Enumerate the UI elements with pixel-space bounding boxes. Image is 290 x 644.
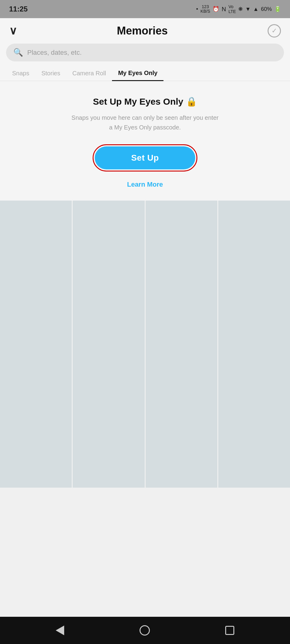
setup-button[interactable]: Set Up bbox=[95, 146, 195, 169]
grid-cell[interactable] bbox=[218, 416, 290, 488]
tab-snaps[interactable]: Snaps bbox=[6, 66, 35, 80]
grid-row bbox=[0, 272, 290, 344]
recents-icon bbox=[225, 626, 234, 635]
grid-cell[interactable] bbox=[218, 272, 290, 344]
grid-cell[interactable] bbox=[73, 416, 144, 488]
grid-cell[interactable] bbox=[73, 201, 144, 272]
search-icon: 🔍 bbox=[13, 48, 23, 57]
grid-cell[interactable] bbox=[0, 201, 72, 272]
status-time: 11:25 bbox=[9, 5, 28, 13]
grid-cell[interactable] bbox=[146, 201, 217, 272]
header: ∨ Memories ✓ bbox=[0, 18, 290, 41]
home-icon bbox=[140, 625, 150, 636]
status-icons: • 123KB/S ⏰ N VoLTE ❋ ▼ ▲ 60% 🔋 bbox=[196, 4, 281, 14]
grid-row bbox=[0, 344, 290, 416]
learn-more-link[interactable]: Learn More bbox=[127, 181, 163, 188]
grid-cell[interactable] bbox=[218, 201, 290, 272]
grid-row bbox=[0, 416, 290, 488]
grid-cell[interactable] bbox=[0, 416, 72, 488]
app-container: ∨ Memories ✓ 🔍 Places, dates, etc. Snaps… bbox=[0, 18, 290, 617]
tab-camera-roll[interactable]: Camera Roll bbox=[66, 66, 112, 80]
tab-stories[interactable]: Stories bbox=[35, 66, 66, 80]
back-icon bbox=[56, 626, 64, 635]
grid-cell[interactable] bbox=[146, 272, 217, 344]
nfc-icon: N bbox=[222, 6, 226, 13]
setup-title: Set Up My Eyes Only 🔒 bbox=[93, 96, 197, 107]
battery-icon: 🔋 bbox=[274, 6, 281, 12]
grid-cell[interactable] bbox=[73, 344, 144, 416]
grid-cell[interactable] bbox=[146, 416, 217, 488]
grid-cell[interactable] bbox=[146, 344, 217, 416]
alarm-icon: ⏰ bbox=[213, 6, 219, 12]
page-title: Memories bbox=[117, 25, 168, 37]
battery-percent: 60% bbox=[261, 6, 272, 12]
tab-my-eyes-only[interactable]: My Eyes Only bbox=[112, 66, 163, 81]
lock-icon: 🔒 bbox=[186, 96, 197, 106]
home-button[interactable] bbox=[140, 625, 150, 636]
grid-cell[interactable] bbox=[218, 344, 290, 416]
media-grid bbox=[0, 201, 290, 617]
search-input[interactable]: Places, dates, etc. bbox=[27, 49, 82, 57]
setup-button-highlight: Set Up bbox=[93, 144, 197, 172]
signal-icon: ▲ bbox=[253, 6, 259, 12]
check-icon: ✓ bbox=[272, 27, 277, 35]
recents-button[interactable] bbox=[225, 626, 234, 635]
notification-dot: • bbox=[196, 6, 198, 12]
nav-bar bbox=[0, 617, 290, 644]
check-button[interactable]: ✓ bbox=[268, 24, 281, 38]
grid-cell[interactable] bbox=[0, 344, 72, 416]
grid-cell[interactable] bbox=[73, 272, 144, 344]
tabs-bar: Snaps Stories Camera Roll My Eyes Only bbox=[0, 66, 290, 81]
search-bar[interactable]: 🔍 Places, dates, etc. bbox=[6, 44, 284, 61]
setup-content: Set Up My Eyes Only 🔒 Snaps you move her… bbox=[0, 81, 290, 201]
setup-description: Snaps you move here can only be seen aft… bbox=[69, 113, 221, 132]
bluetooth-icon: ❋ bbox=[238, 6, 243, 12]
wifi-icon: ▼ bbox=[245, 6, 251, 12]
grid-cell[interactable] bbox=[0, 272, 72, 344]
chevron-down-icon[interactable]: ∨ bbox=[9, 25, 17, 36]
status-bar: 11:25 • 123KB/S ⏰ N VoLTE ❋ ▼ ▲ 60% 🔋 bbox=[0, 0, 290, 18]
lte-icon: VoLTE bbox=[229, 4, 236, 14]
back-button[interactable] bbox=[56, 626, 64, 635]
search-bar-wrapper: 🔍 Places, dates, etc. bbox=[0, 41, 290, 66]
grid-row bbox=[0, 201, 290, 272]
data-speed-icon: 123KB/S bbox=[200, 5, 210, 14]
